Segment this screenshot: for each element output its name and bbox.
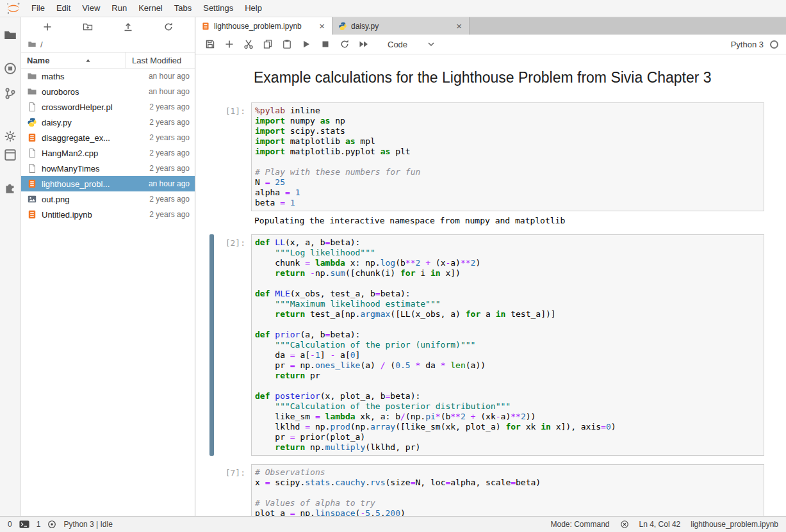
file-row[interactable]: Untitled.ipynb2 years ago <box>21 207 195 222</box>
cell-collapser[interactable] <box>209 234 214 456</box>
status-bar-right: Mode: Command Ln 4, Col 42 lighthouse_pr… <box>550 520 778 529</box>
copy-icon <box>263 39 273 49</box>
file-row[interactable]: crosswordHelper.pl2 years ago <box>21 99 195 115</box>
cell-editor[interactable]: def LL(x, a, b=beta): """Log likelihood"… <box>251 234 764 456</box>
cell-editor[interactable]: # Observationsx = scipy.stats.cauchy.rvs… <box>251 464 764 516</box>
notebook-icon <box>27 133 37 143</box>
markdown-cell[interactable]: Example calculations for the Lighthouse … <box>195 61 786 94</box>
commands-icon[interactable] <box>3 129 17 143</box>
tab-lighthouse-notebook[interactable]: lighthouse_problem.ipynb × <box>195 17 332 35</box>
cursor-position[interactable]: Ln 4, Col 42 <box>639 520 681 529</box>
dock-panel: lighthouse_problem.ipynb × daisy.py × <box>195 17 786 516</box>
extensions-icon[interactable] <box>3 181 17 195</box>
code-cell[interactable]: [7]:# Observationsx = scipy.stats.cauchy… <box>195 464 786 516</box>
menu-item-settings[interactable]: Settings <box>197 0 239 17</box>
running-sessions-icon[interactable] <box>3 61 17 76</box>
restart-run-all-button[interactable] <box>357 37 371 51</box>
activity-bar <box>0 17 21 516</box>
refresh-icon <box>163 22 174 32</box>
kernel-name[interactable]: Python 3 <box>731 40 764 49</box>
notebook-toolbar: Code Python 3 <box>195 35 786 54</box>
terminal-count[interactable]: 0 <box>8 520 12 529</box>
property-inspector-icon[interactable] <box>3 148 17 162</box>
file-modified: an hour ago <box>149 87 190 96</box>
copy-cell-button[interactable] <box>261 37 275 51</box>
tab-daisy-py[interactable]: daisy.py × <box>332 17 470 35</box>
file-row[interactable]: daisy.py2 years ago <box>21 115 195 130</box>
file-browser-icon[interactable] <box>3 28 17 42</box>
notebook-cells: Example calculations for the Lighthouse … <box>195 61 786 516</box>
menu-item-kernel[interactable]: Kernel <box>133 0 168 17</box>
file-row[interactable]: lighthouse_probl...an hour ago <box>21 176 195 191</box>
menubar-items: FileEditViewRunKernelTabsSettingsHelp <box>26 0 268 17</box>
cell-editor[interactable]: %pylab inlineimport numpy as npimport sc… <box>251 102 764 211</box>
cell-collapser[interactable] <box>209 464 214 516</box>
file-name: disaggregate_ex... <box>42 133 145 143</box>
file-row[interactable]: howManyTimes2 years ago <box>21 161 195 176</box>
sort-ascending-icon <box>85 58 91 63</box>
file-name: daisy.py <box>42 118 145 127</box>
breadcrumb-root[interactable]: / <box>40 40 43 49</box>
file-row[interactable]: mathsan hour ago <box>21 69 195 84</box>
paste-icon <box>282 39 292 49</box>
file-row[interactable]: disaggregate_ex...2 years ago <box>21 130 195 145</box>
chevron-down-icon <box>426 39 436 49</box>
stop-icon <box>320 39 331 49</box>
file-name: ouroboros <box>42 87 145 97</box>
cell-output: Populating the interactive namespace fro… <box>251 211 764 226</box>
kernel-count[interactable]: 1 <box>37 520 41 529</box>
file-icon <box>27 148 37 158</box>
cell-collapser[interactable] <box>209 61 214 94</box>
save-button[interactable] <box>203 37 217 51</box>
run-button[interactable] <box>299 37 313 51</box>
file-modified: 2 years ago <box>149 118 190 127</box>
kernel-status-text[interactable]: Python 3 | Idle <box>63 520 113 529</box>
cell-prompt: [7]: <box>214 464 251 516</box>
terminal-icon[interactable] <box>19 520 29 529</box>
tab-bar: lighthouse_problem.ipynb × daisy.py × <box>195 17 786 35</box>
file-row[interactable]: out.png2 years ago <box>21 191 195 207</box>
file-list-header: Name Last Modified <box>21 52 195 69</box>
file-row[interactable]: ouroborosan hour ago <box>21 84 195 99</box>
sort-by-modified[interactable]: Last Modified <box>126 52 195 68</box>
new-launcher-button[interactable] <box>40 20 54 34</box>
command-mode-indicator[interactable]: Mode: Command <box>550 520 609 529</box>
git-icon[interactable] <box>3 86 17 101</box>
status-bar-left: 0 1 Python 3 | Idle <box>8 520 113 529</box>
menu-item-tabs[interactable]: Tabs <box>168 0 197 17</box>
interrupt-kernel-button[interactable] <box>318 37 332 51</box>
cut-cell-button[interactable] <box>242 37 256 51</box>
new-folder-button[interactable] <box>81 20 95 34</box>
cell-collapser[interactable] <box>209 102 214 226</box>
insert-cell-button[interactable] <box>222 37 236 51</box>
menu-item-help[interactable]: Help <box>239 0 268 17</box>
code-cell[interactable]: [1]:%pylab inlineimport numpy as npimpor… <box>195 102 786 226</box>
breadcrumb[interactable]: / <box>21 36 195 52</box>
file-modified: 2 years ago <box>149 133 190 142</box>
menu-item-run[interactable]: Run <box>106 0 133 17</box>
file-icon <box>27 102 37 112</box>
kernel-sessions-icon[interactable] <box>47 520 56 529</box>
run-icon <box>301 39 311 49</box>
menu-item-edit[interactable]: Edit <box>51 0 76 17</box>
menu-item-view[interactable]: View <box>76 0 106 17</box>
notebook-panel: Example calculations for the Lighthouse … <box>195 54 786 516</box>
file-icon <box>27 163 37 173</box>
file-modified: 2 years ago <box>149 102 190 111</box>
file-row[interactable]: HangMan2.cpp2 years ago <box>21 145 195 161</box>
paste-cell-button[interactable] <box>280 37 294 51</box>
close-icon[interactable]: × <box>455 22 463 31</box>
name-column-label: Name <box>27 56 49 65</box>
cell-type-dropdown[interactable]: Code <box>384 38 440 51</box>
close-icon[interactable]: × <box>318 22 326 31</box>
modified-column-label: Last Modified <box>132 56 181 65</box>
python-icon <box>338 22 347 31</box>
menu-item-file[interactable]: File <box>26 0 51 17</box>
restart-kernel-button[interactable] <box>338 37 352 51</box>
markdown-heading: Example calculations for the Lighthouse … <box>251 61 764 94</box>
upload-button[interactable] <box>121 20 135 34</box>
refresh-button[interactable] <box>161 20 176 34</box>
tab-label: lighthouse_problem.ipynb <box>214 22 314 31</box>
sort-by-name[interactable]: Name <box>21 52 126 68</box>
code-cell[interactable]: [2]:def LL(x, a, b=beta): """Log likelih… <box>195 234 786 456</box>
